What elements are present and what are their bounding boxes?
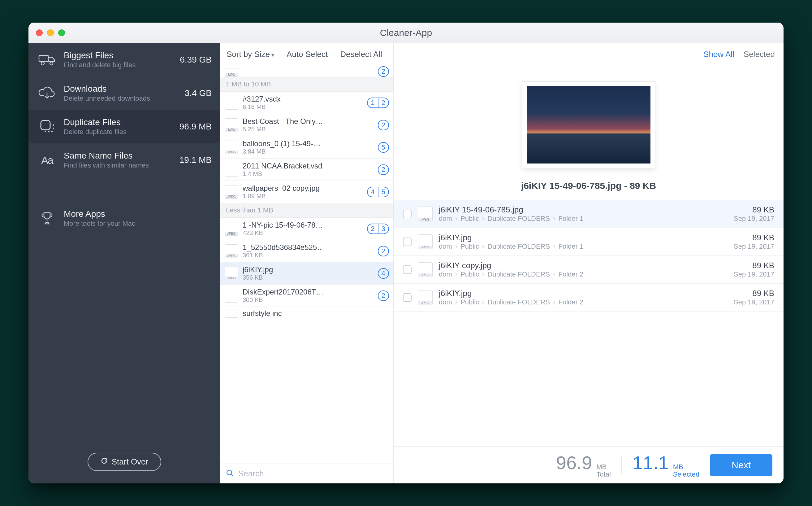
file-size: 356 KB (242, 274, 374, 281)
duplicate-date: Sep 19, 2017 (734, 298, 774, 306)
sidebar-item-biggest-files[interactable]: Biggest Files Find and delete big files … (28, 43, 220, 77)
file-size: 361 KB (242, 252, 374, 259)
start-over-button[interactable]: Start Over (88, 453, 161, 471)
sort-button[interactable]: Sort by Size (226, 50, 274, 59)
sidebar-item-same-name-files[interactable]: Aa Same Name Files Find files with simil… (28, 143, 220, 177)
sidebar-item-duplicate-files[interactable]: Duplicate Files Delete duplicate files 9… (28, 110, 220, 143)
cloud-download-icon (37, 83, 57, 103)
sidebar-item-value: 96.9 MB (180, 122, 212, 132)
list-toolbar: Sort by Size Auto Select Deselect All (220, 43, 393, 66)
deselect-all-button[interactable]: Deselect All (340, 50, 382, 59)
file-size: 6.16 MB (242, 103, 363, 110)
file-row[interactable]: MP3Best Coast - The Only…5.25 MB2 (220, 114, 393, 136)
duplicate-row[interactable]: JPEGj6iKIY copy.jpgdom›Public›Duplicate … (394, 256, 784, 284)
start-over-label: Start Over (112, 457, 148, 467)
sidebar-item-title: Biggest Files (64, 50, 173, 61)
duplicate-row[interactable]: JPEGj6iKIY.jpgdom›Public›Duplicate FOLDE… (394, 284, 784, 312)
file-name: surfstyle inc (242, 309, 389, 318)
same-name-icon: Aa (37, 150, 57, 170)
minimize-window-button[interactable] (47, 29, 54, 36)
preview-title: j6iKIY 15-49-06-785.jpg - 89 KB (521, 180, 656, 191)
close-window-button[interactable] (36, 29, 43, 36)
sidebar-item-more-apps[interactable]: More Apps More tools for your Mac (28, 201, 220, 235)
file-row[interactable]: JPEG1 -NY-pic 15-49-06-78…423 KB23 (220, 218, 393, 240)
duplicate-name: j6iKIY 15-49-06-785.jpg (439, 205, 727, 215)
file-icon: JPEG (225, 244, 238, 258)
file-icon: JPEG (418, 234, 433, 249)
selected-size-stat: 11.1 MBSelected (632, 452, 699, 478)
file-list-panel: Sort by Size Auto Select Deselect All MP… (220, 43, 394, 483)
file-icon: MP3 (225, 68, 238, 77)
file-icon (225, 96, 238, 110)
duplicate-count-badge: 2 (378, 246, 389, 256)
footer: 96.9 MBTotal 11.1 MBSelected Next (394, 446, 784, 483)
file-row[interactable]: surfstyle inc (220, 307, 393, 318)
select-checkbox[interactable] (403, 265, 412, 274)
file-row[interactable]: MP310.1 MB2 (220, 66, 393, 77)
file-row[interactable]: JPEG1_52550d536834e525…361 KB2 (220, 240, 393, 262)
sidebar-item-title: Same Name Files (64, 151, 173, 161)
sidebar-item-subtitle: More tools for your Mac (64, 219, 212, 228)
file-size: 423 KB (242, 230, 363, 237)
trophy-icon (37, 208, 57, 228)
preview-thumbnail (522, 81, 655, 168)
sidebar-item-subtitle: Delete unneeded downloads (64, 94, 178, 103)
file-name: 1_52550d536834e525… (242, 243, 374, 252)
file-row[interactable]: #3127.vsdx6.16 MB12 (220, 92, 393, 114)
file-row[interactable]: JPEGj6iKIY.jpg356 KB4 (220, 262, 393, 284)
file-icon: JPEG (418, 262, 433, 277)
truck-icon (37, 50, 57, 70)
file-list: MP310.1 MB21 MB to 10 MB#3127.vsdx6.16 M… (220, 66, 393, 463)
sidebar-item-title: Downloads (64, 84, 178, 94)
duplicate-count-badge: 2 (378, 164, 389, 175)
file-icon: JPEG (225, 267, 238, 280)
sidebar-item-subtitle: Delete duplicate files (64, 128, 173, 137)
search-input[interactable] (238, 469, 388, 479)
duplicate-name: j6iKIY.jpg (439, 233, 727, 243)
file-size: 3.84 MB (242, 148, 374, 155)
duplicate-path: dom›Public›Duplicate FOLDERS›Folder 1 (439, 243, 727, 251)
app-window: Cleaner-App Biggest Files Find and delet… (28, 23, 784, 483)
duplicate-count-badge: 23 (367, 224, 389, 234)
sidebar-item-subtitle: Find files with similar names (64, 161, 173, 170)
window-title: Cleaner-App (380, 27, 432, 38)
total-size-stat: 96.9 MBTotal (556, 452, 611, 478)
selected-value: 11.1 (632, 452, 669, 474)
next-button[interactable]: Next (710, 454, 773, 476)
duplicate-count-badge: 2 (378, 66, 389, 77)
file-size: 5.25 MB (242, 126, 374, 133)
file-icon (225, 289, 238, 303)
duplicate-name: j6iKIY copy.jpg (439, 261, 727, 270)
file-name: #3127.vsdx (242, 95, 363, 103)
duplicate-list: JPEGj6iKIY 15-49-06-785.jpgdom›Public›Du… (394, 200, 784, 312)
selected-filter-button[interactable]: Selected (744, 50, 775, 59)
file-name: Best Coast - The Only… (242, 117, 374, 126)
select-checkbox[interactable] (403, 293, 412, 302)
svg-rect-0 (39, 56, 48, 62)
file-icon: JPEG (225, 141, 238, 154)
zoom-window-button[interactable] (58, 29, 65, 36)
show-all-button[interactable]: Show All (703, 50, 734, 59)
duplicate-count-badge: 4 (378, 268, 389, 279)
group-header: 1 MB to 10 MB (220, 77, 393, 92)
sidebar: Biggest Files Find and delete big files … (28, 43, 220, 483)
detail-panel: Show All Selected j6iKIY 15-49-06-785.jp… (394, 43, 784, 483)
search-bar (220, 463, 393, 483)
duplicate-row[interactable]: JPEGj6iKIY.jpgdom›Public›Duplicate FOLDE… (394, 228, 784, 256)
file-row[interactable]: JPEGballoons_0 (1) 15-49-…3.84 MB5 (220, 136, 393, 159)
svg-rect-3 (41, 120, 50, 130)
sidebar-item-downloads[interactable]: Downloads Delete unneeded downloads 3.4 … (28, 77, 220, 110)
sidebar-item-value: 3.4 GB (185, 88, 212, 98)
select-checkbox[interactable] (403, 209, 412, 218)
file-row[interactable]: 2011 NCAA Bracket.vsd1.4 MB2 (220, 159, 393, 181)
file-row[interactable]: DiskExpert20170206T…300 KB2 (220, 284, 393, 307)
file-size: 1.09 MB (242, 193, 363, 200)
file-size: 300 KB (242, 297, 374, 304)
file-name: balloons_0 (1) 15-49-… (242, 139, 374, 148)
file-row[interactable]: JPEGwallpapers_02 copy.jpg1.09 MB45 (220, 181, 393, 203)
select-checkbox[interactable] (403, 238, 412, 246)
duplicate-count-badge: 2 (378, 120, 389, 131)
auto-select-button[interactable]: Auto Select (287, 50, 328, 59)
duplicate-size: 89 KB (734, 233, 774, 243)
duplicate-row[interactable]: JPEGj6iKIY 15-49-06-785.jpgdom›Public›Du… (394, 200, 784, 228)
